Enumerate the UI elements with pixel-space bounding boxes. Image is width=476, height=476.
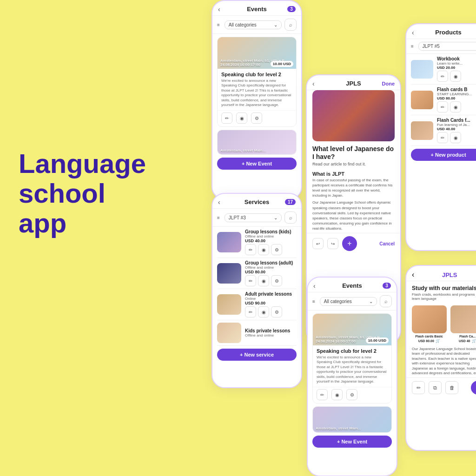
- products-filter-select[interactable]: JLPT #5 ⌄: [418, 42, 476, 51]
- study-trash-icon[interactable]: 🗑: [445, 381, 458, 394]
- jpls-undo-icon[interactable]: ↩: [312, 238, 324, 249]
- hero-line3: app: [19, 208, 195, 238]
- edit-icon[interactable]: ✏: [221, 112, 232, 124]
- service-edit-icon-3[interactable]: ✏: [245, 306, 256, 317]
- service-img-1: [217, 232, 241, 252]
- product-edit-icon-2[interactable]: ✏: [437, 101, 448, 112]
- jpls-article-heading: What level of Japanese do I have?: [307, 141, 400, 162]
- product-sub-1: Learn to write...: [437, 61, 476, 66]
- events-bot-new-button[interactable]: + New Event: [312, 436, 392, 448]
- study-section-title: Study with our materials!: [406, 281, 476, 292]
- service-name-2: Group lessons (adult): [245, 260, 297, 265]
- new-event-button[interactable]: + New Event: [217, 158, 297, 170]
- product-name-3: Flash Cards f...: [437, 118, 476, 123]
- service-price-1: USD 40.00: [245, 238, 297, 243]
- events-bot-search-icon[interactable]: ⌕: [380, 295, 392, 307]
- study-product-price-1: USD 80.00: [418, 339, 434, 343]
- service-edit-icon-1[interactable]: ✏: [245, 244, 256, 255]
- services-title: Services: [245, 198, 270, 205]
- product-eye-icon-2[interactable]: ◉: [450, 101, 461, 112]
- service-img-4: [217, 323, 241, 343]
- services-back-icon[interactable]: ‹: [218, 198, 220, 206]
- jpls-section-title: What is JLPT: [307, 169, 400, 178]
- services-filter-bar: ≡ JLPT #3 ⌄ ⌕: [212, 209, 301, 227]
- study-product-img-2: [450, 305, 476, 333]
- service-info-2: Group lessons (adult) Offline and online…: [245, 260, 297, 286]
- event-card-2: Amsterdam, street Main...: [217, 130, 297, 155]
- products-filter-label: JLPT #5: [423, 44, 440, 49]
- service-gear-icon-3[interactable]: ⚙: [271, 306, 282, 317]
- settings-icon[interactable]: ⚙: [251, 112, 262, 124]
- product-img-2: [411, 91, 433, 109]
- service-edit-icon-2[interactable]: ✏: [245, 275, 256, 286]
- events-bot-eye-icon[interactable]: ◉: [331, 389, 343, 400]
- service-gear-icon-2[interactable]: ⚙: [271, 275, 282, 286]
- event-card-2-image: Amsterdam, street Main...: [218, 130, 296, 154]
- study-products-row: Flash cards Basic USD 80.00 🛒 Flash Ca..…: [406, 304, 476, 345]
- products-back-icon[interactable]: ‹: [412, 29, 414, 36]
- product-card-2: Flash cards B START LEARNING... USD 80.0…: [411, 87, 476, 115]
- study-fab-button[interactable]: +: [471, 381, 476, 395]
- jpls-article-header: ‹ JPLS Done: [307, 75, 400, 90]
- hero-text: Language school app: [19, 149, 195, 238]
- events-bot-card-2-location: Amsterdam, street Main...: [316, 426, 361, 430]
- product-edit-icon-3[interactable]: ✏: [437, 132, 448, 143]
- service-actions-1: ✏ ◉ ⚙: [245, 244, 297, 255]
- jpls-redo-icon[interactable]: ↪: [327, 238, 338, 249]
- study-copy-icon[interactable]: ⧉: [429, 381, 442, 394]
- service-card-4: Kids private lessons Offline and online: [217, 323, 297, 346]
- service-info-1: Group lessons (kids) Offline and online …: [245, 229, 297, 255]
- new-service-button[interactable]: + New service: [217, 349, 297, 361]
- product-eye-icon-3[interactable]: ◉: [450, 132, 461, 143]
- jpls-article-hero-image: [312, 90, 395, 141]
- service-price-2: USD 80.00: [245, 270, 297, 274]
- product-img-3: [411, 121, 433, 140]
- cart-icon-2[interactable]: 🛒: [472, 339, 476, 343]
- cart-icon-1[interactable]: 🛒: [436, 339, 440, 343]
- services-filter-select[interactable]: JLPT #3 ⌄: [225, 213, 282, 222]
- service-eye-icon-3[interactable]: ◉: [258, 306, 269, 317]
- events-top-badge: 3: [287, 6, 296, 12]
- jpls-done-button[interactable]: Done: [382, 81, 395, 86]
- service-price-3: USD 90.00: [245, 301, 297, 305]
- jpls-article-subtitle: Read our article to find out it.: [307, 162, 400, 169]
- jpls-study-title: JPLS: [414, 271, 476, 278]
- products-filter-bar: ≡ JLPT #5 ⌄: [406, 39, 476, 54]
- events-bot-filter-select[interactable]: All categories ⌄: [320, 297, 377, 306]
- jpls-cancel-button[interactable]: Cancel: [379, 241, 395, 246]
- product-edit-icon-1[interactable]: ✏: [437, 71, 448, 82]
- jpls-bottom-actions: ↩ ↪ + Cancel: [307, 233, 400, 254]
- events-top-filter-select[interactable]: All categories ⌄: [225, 20, 282, 29]
- events-bot-edit-icon[interactable]: ✏: [317, 389, 328, 400]
- events-bot-gear-icon[interactable]: ⚙: [346, 389, 357, 400]
- events-bot-card-actions: ✏ ◉ ⚙: [313, 387, 391, 403]
- events-bot-title: Events: [342, 282, 362, 289]
- product-eye-icon-1[interactable]: ◉: [450, 71, 461, 82]
- event-card-actions: ✏ ◉ ⚙: [218, 110, 296, 126]
- jpls-back-icon[interactable]: ‹: [312, 80, 315, 87]
- new-product-button[interactable]: + New product: [411, 149, 476, 161]
- service-eye-icon-2[interactable]: ◉: [258, 275, 269, 286]
- back-icon[interactable]: ‹: [218, 6, 220, 13]
- jpls-title: JPLS: [346, 80, 361, 87]
- study-product-price-row-2: USD 40 🛒: [450, 339, 476, 343]
- filter-label: All categories: [229, 22, 257, 27]
- eye-icon[interactable]: ◉: [236, 112, 247, 124]
- events-bot-back-icon[interactable]: ‹: [313, 282, 316, 290]
- chevron-down-icon: ⌄: [274, 22, 278, 27]
- service-actions-2: ✏ ◉ ⚙: [245, 275, 297, 286]
- service-img-2: [217, 263, 241, 284]
- study-pencil-icon[interactable]: ✏: [412, 381, 425, 394]
- service-card-2: Group lessons (adult) Offline and online…: [217, 260, 297, 289]
- events-top-header: ‹ Events 3: [212, 1, 301, 16]
- service-img-3: [217, 294, 241, 315]
- search-icon[interactable]: ⌕: [284, 19, 297, 31]
- service-eye-icon-1[interactable]: ◉: [258, 244, 269, 255]
- event-card-1: Amsterdam, street Main, b1, office B 24.…: [217, 37, 297, 127]
- filter-lines-icon: ≡: [217, 22, 220, 27]
- services-search-icon[interactable]: ⌕: [284, 212, 297, 224]
- service-name-4: Kids private lessons: [245, 328, 297, 333]
- event-card-image: Amsterdam, street Main, b1, office B 24.…: [218, 37, 296, 69]
- jpls-fab-button[interactable]: +: [342, 236, 357, 251]
- service-gear-icon-1[interactable]: ⚙: [271, 244, 282, 255]
